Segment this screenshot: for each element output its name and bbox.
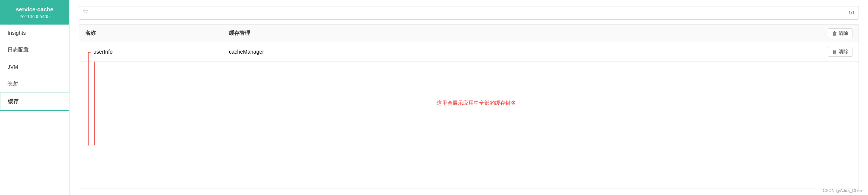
footer-text: CSDN @Adda_Chen <box>823 188 862 193</box>
table-header: 名称 缓存管理 🗑 清除 <box>79 25 859 42</box>
clear-all-label: 清除 <box>838 30 848 37</box>
sub-content-area: 这里会展示应用中全部的缓存键名 <box>79 62 859 145</box>
cache-table: 名称 缓存管理 🗑 清除 userInfo <box>79 24 859 189</box>
col-header-name: 名称 <box>85 30 229 37</box>
clear-row-button[interactable]: 🗑 清除 <box>828 47 852 57</box>
col-header-cache: 缓存管理 <box>229 30 815 37</box>
table-row: userInfo cacheManager 🗑 清除 <box>79 42 859 62</box>
filter-input[interactable] <box>91 10 845 16</box>
row-action-col: 🗑 清除 <box>815 47 852 57</box>
col-header-action: 🗑 清除 <box>815 28 852 38</box>
footer: CSDN @Adda_Chen <box>823 188 862 193</box>
sidebar-nav: Insights 日志配置 JVM 映射 缓存 <box>0 25 69 195</box>
sidebar-item-mapping[interactable]: 映射 <box>0 75 69 93</box>
sidebar-item-log-config-label: 日志配置 <box>8 46 29 53</box>
row-cache-manager: cacheManager <box>229 49 264 55</box>
row-name-col: userInfo <box>85 49 229 55</box>
sidebar: service-cache 2e113c00a4d5 Insights 日志配置… <box>0 0 70 195</box>
sidebar-item-insights[interactable]: Insights <box>0 25 69 41</box>
sidebar-item-cache-label: 缓存 <box>8 98 19 104</box>
sidebar-item-jvm[interactable]: JVM <box>0 59 69 75</box>
empty-message: 这里会展示应用中全部的缓存键名 <box>437 100 516 107</box>
sidebar-item-jvm-label: JVM <box>8 64 18 70</box>
clear-row-label: 清除 <box>838 48 848 55</box>
sidebar-item-mapping-label: 映射 <box>8 80 18 87</box>
row-cache-col: cacheManager <box>229 49 815 55</box>
tree-horizontal-line <box>88 52 91 53</box>
trash-icon-header: 🗑 <box>832 31 837 36</box>
row-name-text: userInfo <box>93 49 113 55</box>
sidebar-header: service-cache 2e113c00a4d5 <box>0 0 69 25</box>
table-body: userInfo cacheManager 🗑 清除 这里会 <box>79 42 859 145</box>
filter-icon <box>83 10 88 16</box>
service-name: service-cache <box>6 5 63 13</box>
sidebar-item-log-config[interactable]: 日志配置 <box>0 41 69 59</box>
sidebar-item-insights-label: Insights <box>8 30 26 36</box>
service-id: 2e113c00a4d5 <box>6 14 63 19</box>
trash-icon-row: 🗑 <box>832 49 837 55</box>
filter-pagination: 1/1 <box>848 10 855 15</box>
empty-message-area: 这里会展示应用中全部的缓存键名 <box>79 100 859 107</box>
clear-all-button[interactable]: 🗑 清除 <box>828 28 852 38</box>
sidebar-item-cache[interactable]: 缓存 <box>0 93 69 111</box>
main-content: 1/1 名称 缓存管理 🗑 清除 <box>70 0 868 195</box>
tree-sub-vertical <box>94 62 95 145</box>
filter-bar: 1/1 <box>79 6 859 20</box>
tree-line <box>85 49 91 55</box>
